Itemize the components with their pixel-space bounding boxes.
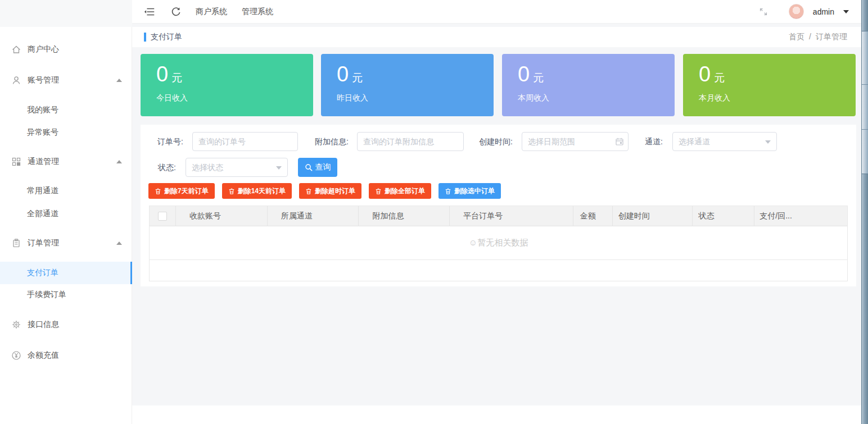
title-accent-bar [144,33,146,42]
delete-7day-orders-button[interactable]: 删除7天前订单 [148,183,215,199]
stat-card-today-income: 0元 今日收入 [141,54,313,116]
trash-icon [305,188,312,195]
trash-icon [375,188,382,195]
status-select[interactable]: 选择状态 [186,158,288,177]
orders-panel: 订单号: 附加信息: 创建时间: 选择日期范围 通道: 选择通道 状态: 选择状… [141,125,856,286]
sidebar-item-abnormal-accounts[interactable]: 异常账号 [0,121,132,144]
status-placeholder: 选择状态 [192,163,223,172]
bulk-button-label: 删除7天前订单 [164,186,209,196]
stat-card-month-income: 0元 本月收入 [683,54,856,116]
vertical-scrollbar-thumb[interactable] [862,31,868,174]
sidebar-item-fee-orders[interactable]: 手续费订单 [0,284,132,306]
column-header-payee-account: 收款账号 [176,206,268,226]
extra-info-label: 附加信息: [315,132,349,151]
delete-all-orders-button[interactable]: 删除全部订单 [369,183,431,199]
column-header-amount: 金额 [573,206,613,226]
sidebar-logo-area [0,0,132,27]
stat-card-yesterday-income: 0元 昨日收入 [321,54,494,116]
stat-value: 0 [699,62,711,86]
column-header-status: 状态 [693,206,754,226]
column-header-channel: 所属通道 [268,206,359,226]
table-header-row: 收款账号 所属通道 附加信息 平台订单号 金额 创建时间 状态 支付/回... [150,206,847,226]
sidebar-fold-icon[interactable] [143,6,156,18]
stat-label: 今日收入 [156,93,188,103]
trash-icon [155,188,161,195]
order-clipboard-icon [11,238,21,248]
breadcrumb-home-link[interactable]: 首页 [789,32,804,42]
sidebar-subitem-label: 全部通道 [27,209,58,219]
status-label: 状态: [158,158,176,177]
stat-unit: 元 [533,72,544,84]
tab-merchant-system[interactable]: 商户系统 [196,7,227,17]
breadcrumb-bar: 支付订单 首页 / 订单管理 [132,27,861,47]
trash-icon [228,188,235,195]
user-menu-caret-icon[interactable] [843,10,849,13]
sidebar: 商户中心 账号管理 我的账号 异常账号 通道管理 常用通道 全部通道 订单管理 … [0,0,132,424]
sidebar-subitem-label: 手续费订单 [27,290,66,300]
user-avatar[interactable] [789,4,804,19]
sidebar-item-payment-orders[interactable]: 支付订单 [0,262,132,284]
sidebar-item-label: 订单管理 [28,238,59,248]
home-icon [11,44,21,54]
scrollbar-segment-line [862,129,868,130]
stat-card-week-income: 0元 本周收入 [502,54,675,116]
gear-icon [11,320,21,330]
user-icon [11,75,21,85]
sidebar-item-label: 账号管理 [28,75,59,85]
table-blank-area [150,260,847,281]
page-title: 支付订单 [151,32,182,42]
yen-circle-icon [11,350,21,361]
sidebar-item-merchant-center[interactable]: 商户中心 [0,38,132,61]
channel-placeholder: 选择通道 [679,137,710,146]
sidebar-subitem-label: 常用通道 [27,186,58,196]
fullscreen-icon[interactable] [758,7,768,17]
sidebar-subitem-label: 我的账号 [27,105,58,115]
delete-selected-orders-button[interactable]: 删除选中订单 [438,183,501,199]
refresh-icon[interactable] [170,6,181,17]
stat-label: 本月收入 [699,93,730,103]
chevron-down-icon [765,140,771,144]
breadcrumb-current: 订单管理 [816,32,847,42]
vertical-scrollbar-track[interactable] [861,0,868,424]
sidebar-item-common-channels[interactable]: 常用通道 [0,180,132,202]
sidebar-item-label: 余额充值 [28,350,59,361]
search-button[interactable]: 查询 [298,158,337,177]
column-header-platform-order-no: 平台订单号 [450,206,573,226]
column-header-created-time: 创建时间 [613,206,693,226]
sidebar-item-order-management[interactable]: 订单管理 [0,232,132,254]
sidebar-subitem-label: 异常账号 [27,127,58,138]
stat-unit: 元 [714,72,725,84]
stat-value: 0 [518,62,530,86]
sidebar-item-all-channels[interactable]: 全部通道 [0,203,132,225]
channel-label: 通道: [645,132,663,151]
bulk-button-label: 删除全部订单 [385,186,425,196]
search-icon [305,163,313,172]
sidebar-item-account-management[interactable]: 账号管理 [0,69,132,92]
topbar: 商户系统 管理系统 admin [132,0,861,24]
sidebar-item-api-info[interactable]: 接口信息 [0,313,132,336]
table-header-checkbox-cell [150,206,176,226]
column-header-extra-info: 附加信息 [359,206,450,226]
orders-table: 收款账号 所属通道 附加信息 平台订单号 金额 创建时间 状态 支付/回... … [149,206,848,281]
extra-info-input[interactable] [357,132,464,151]
select-all-checkbox[interactable] [158,212,167,221]
channel-grid-icon [11,157,21,167]
bulk-actions: 删除7天前订单 删除14天前订单 删除超时订单 删除全部订单 删除选中订单 [148,183,501,199]
table-empty-state: ☺暂无相关数据 [150,226,847,260]
stat-unit: 元 [352,72,363,84]
delete-timeout-orders-button[interactable]: 删除超时订单 [299,183,361,199]
collapse-arrow-icon [116,79,122,82]
sidebar-item-channel-management[interactable]: 通道管理 [0,151,132,173]
order-no-input[interactable] [192,132,298,151]
delete-14day-orders-button[interactable]: 删除14天前订单 [222,183,292,199]
breadcrumb-separator: / [809,32,811,42]
column-header-pay-callback: 支付/回... [754,206,847,226]
tab-admin-system[interactable]: 管理系统 [242,7,273,17]
sidebar-item-label: 接口信息 [28,320,59,330]
sidebar-item-my-accounts[interactable]: 我的账号 [0,99,132,121]
date-range-input[interactable]: 选择日期范围 [522,132,629,151]
sidebar-item-label: 商户中心 [28,44,59,54]
channel-select[interactable]: 选择通道 [672,132,777,151]
sidebar-item-balance-recharge[interactable]: 余额充值 [0,344,132,367]
stat-label: 本周收入 [518,93,549,103]
